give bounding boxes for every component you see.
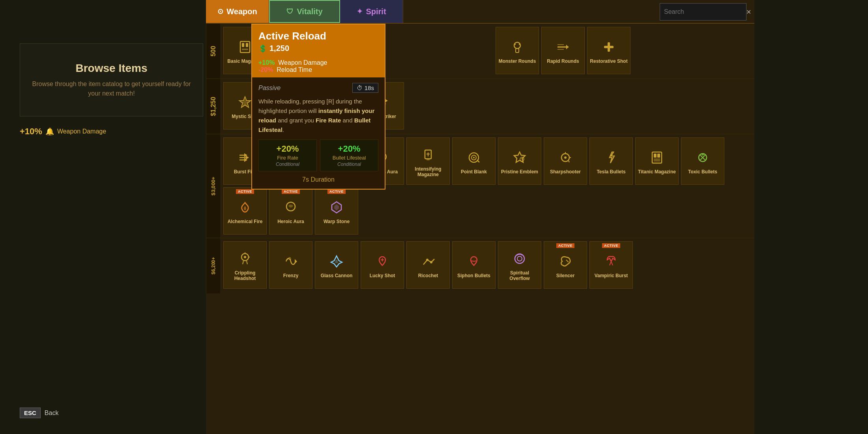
svg-marker-27 [246, 156, 249, 160]
item-tesla-bullets[interactable]: Tesla Bullets [589, 137, 633, 185]
tesla-bullets-icon [601, 148, 621, 167]
item-monster-rounds[interactable]: Monster Rounds [496, 27, 539, 74]
item-pristine-emblem[interactable]: Pristine Emblem [498, 137, 541, 185]
tier-6200-label: $6,200+ [206, 238, 220, 293]
vampiric-burst-active-badge: ACTIVE [602, 243, 620, 248]
left-panel: Browse Items Browse through the item cat… [20, 43, 203, 116]
passive-row: Passive ⏱ 18s [258, 83, 378, 93]
shop-panel: ⊙ Weapon 🛡 Vitality ✦ Spirit ✕ 500 [206, 0, 754, 434]
tier-500-right-items: Monster Rounds Rapid Rounds Restorative … [496, 24, 754, 79]
bonus-fire-rate: +20% Fire Rate Conditional [258, 139, 317, 171]
bonus2-label: Bullet Lifesteal [324, 155, 375, 161]
titanic-magazine-icon [647, 148, 667, 167]
heroic-aura-icon [281, 197, 301, 217]
tier-500-row: 500 Basic Magazine Active Reload [206, 24, 754, 79]
duration-row: 7s Duration [258, 176, 378, 183]
tabs: ⊙ Weapon 🛡 Vitality ✦ Spirit ✕ [206, 0, 754, 24]
ricochet-name: Ricochet [418, 273, 438, 278]
item-frenzy[interactable]: Frenzy [269, 241, 312, 289]
item-glass-cannon[interactable]: Glass Cannon [315, 241, 358, 289]
toxic-bullets-icon [693, 148, 713, 167]
stat1-label: Weapon Damage [278, 59, 327, 66]
item-spiritual-overflow[interactable]: Spiritual Overflow [498, 241, 541, 289]
silencer-active-badge: ACTIVE [556, 243, 574, 248]
tooltip-stats: +10% Weapon Damage -20% Reload Time [252, 57, 385, 77]
spiritual-overflow-name: Spiritual Overflow [501, 270, 539, 282]
passive-label: Passive [258, 85, 281, 92]
spiritual-overflow-icon [510, 249, 529, 269]
svg-rect-2 [246, 43, 248, 47]
weapon-tab-label: Weapon [226, 7, 257, 16]
item-restorative-shot[interactable]: Restorative Shot [587, 27, 630, 74]
ricochet-icon [418, 252, 438, 271]
titanic-magazine-name: Titanic Magazine [638, 169, 676, 175]
warp-stone-name: Warp Stone [324, 219, 350, 224]
svg-rect-3 [242, 49, 248, 50]
item-point-blank[interactable]: Point Blank [452, 137, 496, 185]
item-intensifying-magazine[interactable]: Intensifying Magazine [406, 137, 450, 185]
glass-cannon-icon [327, 252, 346, 271]
item-ricochet[interactable]: Ricochet [406, 241, 450, 289]
cooldown-badge: ⏱ 18s [352, 83, 378, 93]
svg-point-5 [514, 42, 520, 49]
alchemical-fire-name: Alchemical Fire [228, 219, 263, 224]
item-toxic-bullets[interactable]: Toxic Bullets [681, 137, 724, 185]
item-siphon-bullets[interactable]: Siphon Bullets [452, 241, 496, 289]
stat-value: +10% [20, 126, 42, 137]
point-blank-icon [464, 148, 484, 167]
svg-point-64 [702, 153, 704, 156]
warp-stone-icon [327, 197, 346, 217]
item-crippling-headshot[interactable]: Crippling Headshot [223, 241, 267, 289]
item-silencer[interactable]: ACTIVE Silencer [544, 241, 587, 289]
crippling-headshot-icon [235, 249, 255, 269]
siphon-bullets-name: Siphon Bullets [457, 273, 490, 278]
tooltip-stat1: +10% Weapon Damage [258, 59, 378, 66]
tooltip-price-icon: 💲 [258, 44, 267, 53]
silencer-icon [556, 252, 575, 271]
item-titanic-magazine[interactable]: Titanic Magazine [635, 137, 679, 185]
item-heroic-aura[interactable]: ACTIVE Heroic Aura [269, 187, 312, 235]
alchemical-fire-icon [235, 197, 255, 217]
siphon-bullets-icon [464, 252, 484, 271]
svg-rect-1 [242, 43, 244, 47]
monster-rounds-name: Monster Rounds [499, 58, 536, 64]
search-box[interactable]: ✕ [660, 3, 746, 21]
svg-line-55 [569, 161, 569, 162]
search-input[interactable] [664, 8, 743, 15]
item-warp-stone[interactable]: ACTIVE Warp Stone [315, 187, 358, 235]
item-rapid-rounds[interactable]: Rapid Rounds [541, 27, 585, 74]
stat-label: Weapon Damage [57, 128, 106, 135]
heroic-aura-active-badge: ACTIVE [282, 189, 300, 194]
vitality-tab-label: Vitality [297, 7, 322, 16]
tab-vitality[interactable]: 🛡 Vitality [269, 0, 340, 23]
svg-line-82 [566, 260, 569, 262]
esc-button[interactable]: ESC [20, 408, 41, 418]
monster-rounds-icon [507, 37, 527, 57]
bonus2-value: +20% [324, 144, 375, 154]
stat2-pct: -20% [258, 66, 273, 73]
tab-spirit[interactable]: ✦ Spirit [340, 0, 403, 23]
back-label[interactable]: Back [45, 410, 59, 417]
lucky-shot-icon [372, 252, 392, 271]
tier-500-label: 500 [206, 24, 220, 79]
tier-1250-label: $1,250 [206, 79, 220, 134]
tooltip-title: Active Reload [258, 30, 378, 42]
search-clear-icon[interactable]: ✕ [746, 8, 751, 16]
item-vampiric-burst[interactable]: ACTIVE Vampiric Burst [589, 241, 633, 289]
bonus1-value: +20% [262, 144, 313, 154]
svg-point-78 [426, 259, 428, 261]
item-alchemical-fire[interactable]: ACTIVE Alchemical Fire [223, 187, 267, 235]
tab-weapon[interactable]: ⊙ Weapon [206, 0, 269, 23]
svg-point-52 [564, 156, 567, 159]
svg-point-71 [244, 256, 246, 258]
restorative-shot-icon [599, 37, 619, 57]
stat1-pct: +10% [258, 59, 275, 66]
browse-description: Browse through the item catalog to get y… [28, 79, 195, 98]
vampiric-burst-icon [601, 252, 621, 271]
weapon-damage-icon: 🔔 [45, 127, 54, 136]
frenzy-name: Frenzy [283, 273, 299, 278]
bonus1-cond: Conditional [262, 162, 313, 167]
item-lucky-shot[interactable]: Lucky Shot [361, 241, 404, 289]
item-sharpshooter[interactable]: Sharpshooter [544, 137, 587, 185]
tooltip-description: While reloading, pressing [R] during the… [258, 97, 378, 135]
